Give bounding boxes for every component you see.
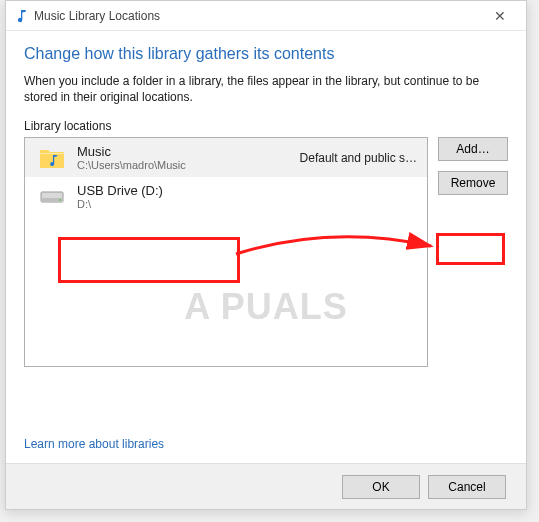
content-area: Change how this library gathers its cont…: [6, 31, 526, 463]
library-location-usb-row[interactable]: USB Drive (D:) D:\: [25, 177, 427, 216]
dialog-footer: OK Cancel: [6, 463, 526, 509]
remove-button[interactable]: Remove: [438, 171, 508, 195]
row-path: D:\: [77, 198, 163, 210]
folder-music-icon: [35, 147, 69, 169]
row-path: C:\Users\madro\Music: [77, 159, 186, 171]
learn-more-link[interactable]: Learn more about libraries: [24, 437, 164, 451]
library-location-music-row[interactable]: Music C:\Users\madro\Music Default and p…: [25, 138, 427, 177]
library-locations-listbox[interactable]: Music C:\Users\madro\Music Default and p…: [24, 137, 428, 367]
svg-point-2: [59, 199, 61, 201]
close-icon: ✕: [494, 8, 506, 24]
row-title: Music: [77, 144, 186, 159]
titlebar: Music Library Locations ✕: [6, 1, 526, 31]
cancel-button[interactable]: Cancel: [428, 475, 506, 499]
drive-icon: [35, 188, 69, 206]
page-description: When you include a folder in a library, …: [24, 73, 508, 105]
row-badge: Default and public s…: [300, 151, 417, 165]
music-note-icon: [14, 9, 28, 23]
window-title: Music Library Locations: [34, 9, 480, 23]
ok-button[interactable]: OK: [342, 475, 420, 499]
close-button[interactable]: ✕: [480, 1, 520, 31]
row-title: USB Drive (D:): [77, 183, 163, 198]
dialog-window: Music Library Locations ✕ Change how thi…: [5, 0, 527, 510]
page-heading: Change how this library gathers its cont…: [24, 45, 508, 63]
add-button[interactable]: Add…: [438, 137, 508, 161]
locations-label: Library locations: [24, 119, 508, 133]
